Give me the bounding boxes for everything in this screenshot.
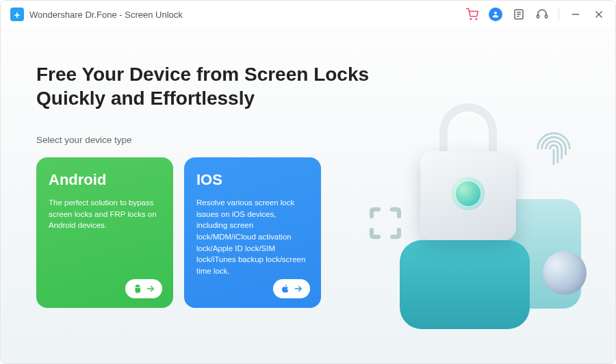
svg-point-1: [476, 18, 477, 20]
titlebar-left: + Wondershare Dr.Fone - Screen Unlock: [10, 8, 183, 21]
cart-icon[interactable]: [465, 8, 479, 21]
svg-rect-4: [546, 15, 548, 18]
lock-keyhole: [452, 177, 485, 210]
titlebar-divider: [559, 8, 559, 21]
apple-icon: [281, 284, 290, 294]
feedback-icon[interactable]: [512, 8, 526, 21]
minimize-button[interactable]: [569, 8, 582, 21]
app-title: Wondershare Dr.Fone - Screen Unlock: [29, 10, 183, 20]
arrow-right-icon: [146, 284, 155, 294]
android-card[interactable]: Android The perfect solution to bypass s…: [36, 157, 173, 308]
lock-body: [420, 151, 516, 240]
android-card-title: Android: [49, 171, 161, 189]
headline-line1: Free Your Device from Screen Locks: [36, 64, 369, 85]
face-id-bracket-icon: [365, 203, 406, 244]
svg-point-0: [470, 18, 472, 20]
android-icon: [133, 284, 142, 294]
close-button[interactable]: [592, 8, 606, 21]
support-icon[interactable]: [535, 8, 549, 21]
android-card-desc: The perfect solution to bypass screen lo…: [49, 197, 161, 231]
ios-card[interactable]: IOS Resolve various screen lock issues o…: [184, 157, 321, 308]
ios-card-desc: Resolve various screen lock issues on iO…: [196, 197, 309, 277]
sphere-decor: [543, 251, 587, 295]
arrow-right-icon: [294, 284, 303, 294]
pedestal-front: [400, 240, 530, 329]
hero-illustration: [342, 90, 602, 329]
account-icon[interactable]: [489, 8, 502, 21]
ios-card-title: IOS: [196, 171, 309, 189]
titlebar-right: [465, 8, 606, 21]
headline-line2: Quickly and Effortlessly: [36, 88, 255, 109]
svg-rect-3: [537, 15, 539, 18]
titlebar: + Wondershare Dr.Fone - Screen Unlock: [1, 1, 615, 28]
padlock-illustration: [420, 103, 516, 240]
fingerprint-icon: [530, 125, 578, 173]
main-area: Free Your Device from Screen Locks Quick…: [1, 28, 615, 363]
headline: Free Your Device from Screen Locks Quick…: [36, 62, 392, 110]
ios-go-button[interactable]: [273, 279, 310, 298]
android-go-button[interactable]: [125, 279, 162, 298]
app-logo-icon: +: [10, 8, 24, 21]
